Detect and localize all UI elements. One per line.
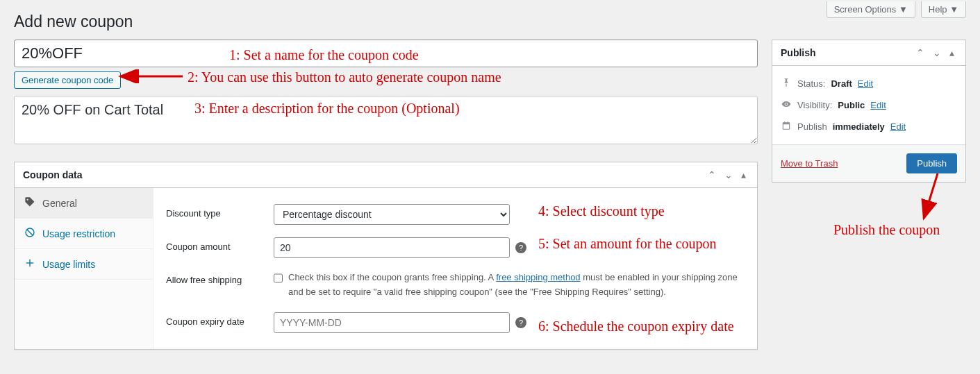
- page-title: Add new coupon: [14, 0, 966, 40]
- visibility-value: Public: [838, 100, 865, 110]
- tag-icon: [24, 196, 35, 210]
- free-shipping-label: Allow free shipping: [166, 271, 274, 285]
- coupon-data-box: Coupon data ⌃ ⌄ ▴ General: [14, 162, 758, 350]
- schedule-label-1: Publish: [797, 121, 827, 132]
- move-up-button[interactable]: ⌃: [705, 168, 719, 182]
- toggle-panel-button[interactable]: ▴: [947, 46, 957, 60]
- publish-heading: Publish: [781, 47, 816, 58]
- coupon-amount-input[interactable]: [274, 237, 510, 258]
- move-down-button[interactable]: ⌄: [930, 46, 944, 60]
- edit-schedule-link[interactable]: Edit: [890, 121, 906, 132]
- free-shipping-checkbox[interactable]: [274, 273, 283, 284]
- edit-visibility-link[interactable]: Edit: [870, 100, 886, 110]
- toggle-panel-button[interactable]: ▴: [738, 168, 749, 182]
- publish-button[interactable]: Publish: [906, 153, 957, 173]
- status-value: Draft: [831, 78, 852, 89]
- coupon-amount-label: Coupon amount: [166, 237, 274, 252]
- generate-coupon-code-button[interactable]: Generate coupon code: [14, 71, 121, 89]
- svg-line-1: [27, 230, 33, 235]
- coupon-description-textarea[interactable]: 20% OFF on Cart Total: [14, 96, 758, 144]
- free-shipping-method-link[interactable]: free shipping method: [496, 272, 580, 282]
- help-button[interactable]: Help ▼: [921, 1, 966, 18]
- free-shipping-text: Check this box if the coupon grants free…: [288, 271, 745, 300]
- no-entry-icon: [24, 227, 35, 240]
- tab-general-label: General: [42, 198, 77, 209]
- visibility-label: Visibility:: [797, 100, 832, 110]
- help-icon[interactable]: ?: [515, 242, 526, 253]
- plus-icon: [24, 257, 35, 271]
- publish-box: Publish ⌃ ⌄ ▴ Status: Draft Edit: [772, 40, 966, 182]
- coupon-data-heading: Coupon data: [23, 169, 83, 180]
- edit-status-link[interactable]: Edit: [858, 78, 873, 89]
- move-to-trash-link[interactable]: Move to Trash: [781, 158, 838, 169]
- help-icon[interactable]: ?: [515, 317, 526, 328]
- pin-icon: [781, 78, 792, 90]
- coupon-title-input[interactable]: [14, 40, 758, 67]
- status-label: Status:: [797, 78, 825, 89]
- tab-general[interactable]: General: [15, 188, 153, 219]
- move-up-button[interactable]: ⌃: [913, 46, 927, 60]
- move-down-button[interactable]: ⌄: [722, 168, 736, 182]
- tab-restriction-label: Usage restriction: [42, 228, 115, 239]
- screen-options-button[interactable]: Screen Options ▼: [827, 1, 915, 18]
- eye-icon: [781, 99, 792, 111]
- calendar-icon: [781, 121, 792, 133]
- discount-type-label: Discount type: [166, 204, 274, 219]
- schedule-label-2: immediately: [833, 121, 885, 132]
- discount-type-select[interactable]: Percentage discount: [274, 204, 510, 225]
- expiry-date-input[interactable]: [274, 312, 510, 333]
- tab-usage-restriction[interactable]: Usage restriction: [15, 219, 153, 249]
- tab-limits-label: Usage limits: [42, 259, 95, 270]
- tab-usage-limits[interactable]: Usage limits: [15, 249, 153, 280]
- expiry-date-label: Coupon expiry date: [166, 312, 274, 327]
